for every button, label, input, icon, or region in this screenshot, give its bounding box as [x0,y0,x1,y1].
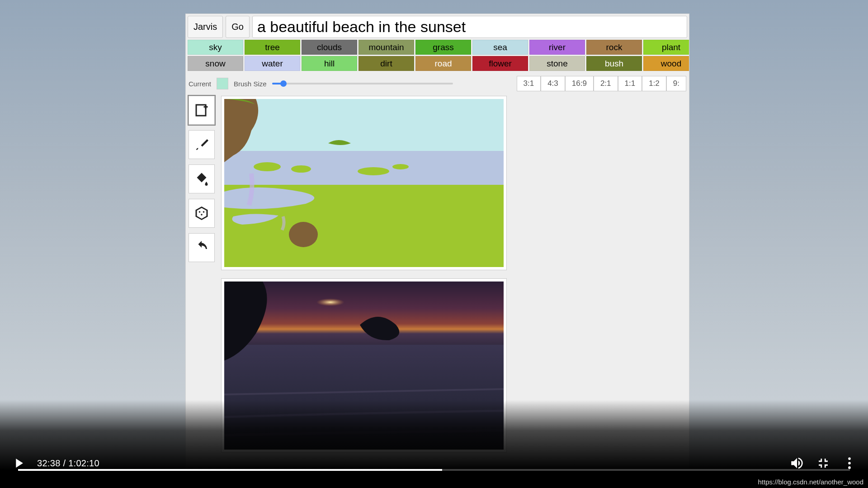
svg-point-4 [203,211,205,213]
fill-tool[interactable] [189,164,215,193]
tool-column [189,96,215,453]
palette-hill[interactable]: hill [302,56,357,71]
undo-tool[interactable] [189,233,215,262]
svg-point-17 [848,457,851,460]
topbar: Jarvis Go [186,14,689,39]
svg-point-19 [848,466,851,469]
palette-wood[interactable]: wood [643,56,689,71]
brush-tool[interactable] [189,130,215,159]
palette-bush[interactable]: bush [586,56,642,71]
material-palette: skytreecloudsmountaingrassseariverrockpl… [186,39,689,73]
svg-point-12 [392,164,409,169]
svg-point-5 [201,214,203,216]
aspect-2-1[interactable]: 2:1 [594,76,618,91]
aspect-3-1[interactable]: 3:1 [517,76,541,91]
timecode: 32:38 / 1:02:10 [37,458,99,469]
palette-sea[interactable]: sea [472,40,528,55]
aspect-9-[interactable]: 9: [666,76,686,91]
segmentation-canvas-frame [221,96,507,270]
aspect-16-9[interactable]: 16:9 [565,76,594,91]
video-player-overlay: 32:38 / 1:02:10 https://blog.csdn.net/an… [0,400,868,488]
palette-sky[interactable]: sky [188,40,243,55]
svg-point-18 [848,462,851,465]
palette-plant[interactable]: plant [643,40,689,55]
svg-point-3 [199,211,201,213]
svg-rect-6 [224,99,504,158]
brush-size-slider[interactable] [272,83,453,84]
current-swatch [217,78,228,89]
progress-bar[interactable] [18,469,850,471]
palette-tree[interactable]: tree [245,40,300,55]
volume-icon[interactable] [789,455,805,471]
brush-size-label: Brush Size [234,80,267,88]
palette-clouds[interactable]: clouds [302,40,357,55]
palette-grass[interactable]: grass [415,40,471,55]
palette-flower[interactable]: flower [472,56,528,71]
jarvis-button[interactable]: Jarvis [188,16,223,38]
palette-rock[interactable]: rock [586,40,642,55]
palette-river[interactable]: river [529,40,585,55]
go-button[interactable]: Go [226,16,250,38]
palette-snow[interactable]: snow [188,56,243,71]
palette-stone[interactable]: stone [529,56,585,71]
palette-water[interactable]: water [245,56,300,71]
current-time: 32:38 [37,458,61,468]
dice-tool[interactable] [189,199,215,228]
brush-aspect-row: Current Brush Size 3:14:316:92:11:11:29: [186,73,689,91]
svg-point-11 [358,167,389,175]
svg-point-13 [289,222,318,247]
progress-played [18,469,442,471]
more-icon[interactable] [842,455,857,471]
palette-road[interactable]: road [415,56,471,71]
exit-fullscreen-icon[interactable] [816,455,831,471]
current-label: Current [189,80,211,88]
palette-dirt[interactable]: dirt [359,56,414,71]
new-canvas-tool[interactable] [189,96,215,125]
time-sep: / [61,458,69,468]
aspect-1-2[interactable]: 1:2 [642,76,666,91]
palette-row-2: snowwaterhilldirtroadflowerstonebushwood [188,56,687,71]
svg-point-10 [291,165,311,173]
palette-mountain[interactable]: mountain [359,40,414,55]
canvas-column [221,96,507,453]
aspect-ratio-group: 3:14:316:92:11:11:29: [517,76,686,91]
link-hint: https://blog.csdn.net/another_wood [756,478,866,486]
aspect-4-3[interactable]: 4:3 [541,76,565,91]
play-icon[interactable] [11,455,26,471]
palette-row-1: skytreecloudsmountaingrassseariverrockpl… [188,40,687,55]
duration: 1:02:10 [68,458,99,468]
svg-point-9 [254,162,281,171]
segmentation-canvas[interactable] [224,99,504,267]
aspect-1-1[interactable]: 1:1 [618,76,642,91]
prompt-input[interactable] [252,16,687,38]
